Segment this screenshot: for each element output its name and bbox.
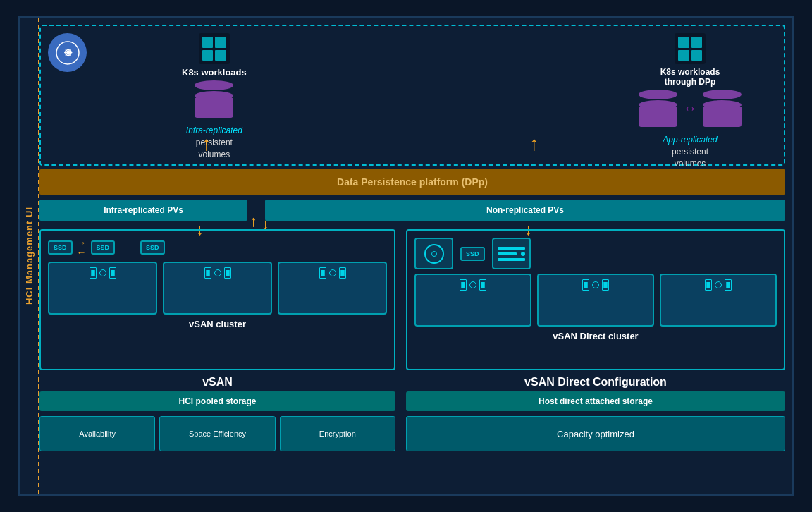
hci-pooled-bar: HCI pooled storage: [39, 391, 395, 411]
main-content: ⎈ K8s workloads: [39, 25, 785, 487]
hdd-circle: [424, 244, 444, 264]
ssd-row-left: SSD → ← SSD SSD: [48, 238, 387, 257]
vsan-direct-bottom-label: vSAN Direct Configuration: [406, 376, 785, 389]
hci-management-label: HCI Management UI: [20, 18, 39, 494]
db-stack-right: [639, 90, 677, 127]
arrow-right-icon: →: [77, 238, 87, 248]
purple-bidirectional-arrow: ↔: [683, 100, 697, 116]
capacity-box: Capacity optimized: [406, 416, 785, 451]
host-indicators-2: [204, 267, 231, 279]
vsan-bottom-label: vSAN: [39, 376, 395, 389]
bar-icon-1: [90, 267, 97, 279]
non-replicated-pvs-label: Non-replicated PVs: [486, 205, 564, 215]
bar-icon-10: [602, 279, 609, 291]
non-replicated-pvs-bar: Non-replicated PVs: [265, 200, 785, 221]
dot-icon-3: [329, 269, 336, 276]
k8s-workloads-left: K8s workloads Infra-replicated persisten…: [182, 33, 247, 160]
db-body: [195, 98, 233, 118]
space-efficiency-label: Space Efficiency: [189, 429, 246, 438]
availability-box: Availability: [39, 416, 155, 451]
ssd-box-2: SSD: [91, 240, 116, 255]
dot-icon-6: [715, 281, 722, 288]
dot-icon-5: [592, 281, 599, 288]
infra-pvs-label: Infra-replicated PVs: [104, 205, 183, 215]
bar-icon-6: [339, 267, 346, 279]
vsan-section: SSD → ← SSD SSD: [39, 229, 395, 370]
grid-cell: [215, 50, 226, 61]
db-stack-left: [195, 80, 233, 118]
availability-label: Availability: [79, 429, 116, 438]
dpp-bar: Data Persistence platform (DPp): [39, 169, 785, 195]
infra-pv-text: Infra-replicated persistent volumes: [186, 125, 242, 160]
infra-pvs-bar: Infra-replicated PVs: [39, 200, 247, 221]
db-disk-top2: [639, 90, 677, 99]
rack-row-2: [498, 252, 525, 256]
dot-icon-2: [214, 269, 221, 276]
diagram-container: HCI Management UI ⎈: [18, 16, 794, 496]
host-unit-5: [537, 274, 654, 327]
kubernetes-logo: ⎈: [48, 33, 83, 68]
rack-dot: [521, 252, 525, 256]
vsan-direct-cluster-label: vSAN Direct cluster: [414, 331, 777, 341]
app-label: App-replicated: [663, 135, 717, 145]
host-direct-label: Host direct attached storage: [539, 396, 653, 406]
host-unit-1: [48, 262, 157, 315]
k8s-workloads-right: K8s workloads through DPp ↔: [639, 33, 742, 169]
app-pv-row: ↔: [639, 90, 742, 127]
arrow-up-right: ↑: [529, 134, 539, 154]
rack-line-2: [498, 252, 517, 255]
grid-cell: [678, 37, 689, 48]
db-body3: [703, 107, 742, 127]
grid-cell: [678, 50, 689, 61]
rack-line-1: [498, 247, 525, 250]
host-indicators-6: [705, 279, 732, 291]
host-indicators-3: [319, 267, 346, 279]
db-stack-right2: [703, 90, 742, 127]
db-body2: [639, 107, 677, 127]
infra-label: Infra-replicated: [186, 126, 242, 135]
host-unit-3: [278, 262, 387, 315]
hosts-row-left: [48, 262, 387, 315]
bar-icon-4: [224, 267, 231, 279]
feature-boxes: Availability Space Efficiency Encryption: [39, 416, 395, 451]
grid-cell: [202, 37, 214, 48]
k8s-grid-icon-right: [675, 33, 706, 64]
host-direct-bar: Host direct attached storage: [406, 391, 785, 411]
dpp-label: Data Persistence platform (DPp): [337, 176, 488, 188]
hosts-row-right: [414, 274, 777, 327]
ssd-box-3: SSD: [140, 240, 165, 255]
dot-icon-1: [99, 269, 106, 276]
capacity-optimized-label: Capacity optimized: [557, 429, 634, 439]
k8s-icon: ⎈: [48, 33, 87, 72]
host-indicators-1: [90, 267, 116, 279]
ssd-row-right: SSD: [414, 238, 777, 269]
bar-icon-11: [705, 279, 712, 291]
grid-cell: [691, 37, 703, 48]
grid-cell: [691, 50, 703, 61]
host-unit-4: [414, 274, 531, 327]
volumes-label2: volumes: [675, 159, 706, 169]
hci-pooled-label: HCI pooled storage: [178, 396, 256, 406]
bar-icon-12: [725, 279, 732, 291]
grid-cell: [202, 50, 214, 61]
arrow-up-mid: ↑: [250, 212, 257, 231]
ssd-arrows: → ←: [77, 238, 87, 257]
ssd-box-1: SSD: [48, 240, 73, 255]
vsan-cluster-label: vSAN cluster: [48, 319, 387, 329]
persistent-label2: persistent: [672, 147, 708, 157]
ssd-box-3-container: SSD: [140, 240, 165, 255]
host-indicators-4: [460, 279, 486, 291]
dot-icon-4: [469, 281, 476, 288]
encryption-box: Encryption: [280, 416, 395, 451]
k8s-svg: ⎈: [56, 41, 80, 65]
space-efficiency-box: Space Efficiency: [159, 416, 275, 451]
host-unit-2: [163, 262, 272, 315]
bar-icon-8: [479, 279, 486, 291]
hdd-inner: [431, 251, 437, 257]
rack-icon: [492, 238, 531, 269]
k8s-grid-icon-left: [199, 33, 230, 64]
ssd-box-direct: SSD: [460, 247, 485, 261]
bar-icon-9: [582, 279, 589, 291]
hdd-icon: [414, 238, 453, 269]
bar-icon-2: [109, 267, 116, 279]
